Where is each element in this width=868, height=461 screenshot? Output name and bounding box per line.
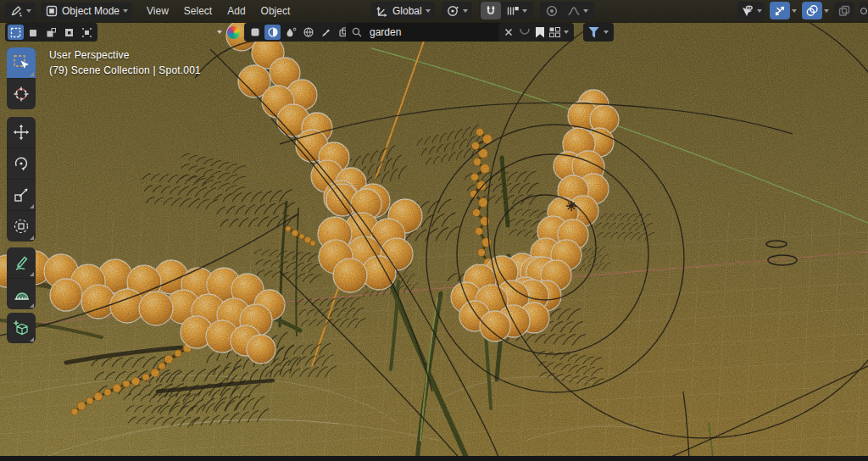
- measure-protractor-icon: [13, 286, 30, 303]
- select-mode-group: [5, 23, 97, 42]
- add-cube-icon: [13, 319, 30, 336]
- complete-matches-toggle[interactable]: [518, 27, 531, 37]
- chevron-down-icon: [583, 9, 588, 13]
- select-extend-icon: [28, 27, 39, 38]
- tool-annotate[interactable]: [7, 247, 36, 278]
- tool-measure[interactable]: [7, 278, 36, 309]
- rotate-icon: [13, 155, 30, 172]
- magnet-icon: [484, 4, 498, 18]
- mode-dropdown[interactable]: Object Mode: [41, 3, 132, 20]
- snap-toggle[interactable]: [481, 2, 501, 19]
- chevron-down-icon: [123, 9, 128, 13]
- scale-icon: [13, 186, 30, 203]
- viewport-3d[interactable]: User Perspective (79) Scene Collection |…: [0, 0, 868, 461]
- select-invert-icon: [64, 27, 75, 38]
- viewport-header: Object Mode View Select Add Object Globa…: [0, 0, 868, 23]
- move-icon: [13, 124, 30, 141]
- tool-rotate[interactable]: [7, 147, 36, 179]
- pivot-point-icon: [446, 4, 459, 18]
- menu-select[interactable]: Select: [176, 0, 220, 22]
- tool-shelf: [7, 47, 36, 343]
- tool-cursor[interactable]: [7, 78, 36, 109]
- select-set-button[interactable]: [8, 25, 24, 40]
- proportional-edit-group: [540, 2, 594, 19]
- xray-toggle[interactable]: [834, 2, 854, 19]
- search-icon: [351, 26, 363, 38]
- filter-group[interactable]: [583, 23, 614, 42]
- select-intersect-icon: [81, 27, 92, 38]
- pivot-point-dropdown[interactable]: [442, 2, 472, 19]
- chevron-down-icon[interactable]: [792, 9, 797, 13]
- chevron-down-icon: [757, 9, 762, 13]
- half-circle-button[interactable]: [264, 25, 281, 40]
- object-mode-icon: [45, 4, 58, 18]
- tool-settings-bar: [0, 23, 868, 43]
- cursor-tool-icon: [13, 86, 30, 103]
- chevron-down-icon[interactable]: [824, 9, 829, 13]
- grain-light: [0, 0, 868, 461]
- brush-icon: [320, 26, 332, 38]
- gizmo-arrows-icon: [773, 4, 787, 18]
- tool-select-box[interactable]: [7, 47, 36, 78]
- viewport-scene: [0, 0, 868, 461]
- chevron-down-icon: [463, 9, 468, 13]
- select-box-icon: [13, 54, 30, 71]
- orientation-axes-icon: [376, 4, 389, 18]
- mode-label: Object Mode: [62, 5, 120, 17]
- tool-transform[interactable]: [7, 210, 36, 242]
- select-extend-button[interactable]: [25, 25, 42, 40]
- select-subtract-button[interactable]: [43, 25, 59, 40]
- tool-add-cube[interactable]: [7, 313, 36, 343]
- proportional-editing-toggle[interactable]: [542, 2, 562, 19]
- chevron-down-icon: [26, 9, 31, 13]
- globe-icon: [303, 26, 314, 38]
- falloff-dropdown[interactable]: [564, 2, 593, 19]
- chevron-down-icon: [604, 31, 609, 34]
- proportional-editing-icon: [545, 4, 559, 18]
- filter-funnel-icon: [588, 27, 599, 38]
- brush-button[interactable]: [318, 25, 334, 40]
- status-bar: [0, 456, 868, 461]
- orientation-label: Global: [392, 5, 422, 17]
- half-circle-icon: [267, 26, 279, 38]
- xray-icon: [837, 4, 851, 18]
- chevron-down-icon: [426, 9, 431, 13]
- snap-with-dropdown[interactable]: [503, 2, 531, 19]
- display-mode-dropdown[interactable]: [548, 26, 569, 38]
- color-wheel-icon[interactable]: [227, 26, 240, 39]
- editor-type-button[interactable]: [5, 3, 36, 20]
- transform-icon: [13, 218, 30, 235]
- chevron-down-icon: [564, 31, 569, 34]
- menu-add[interactable]: Add: [220, 0, 253, 22]
- clear-search-icon[interactable]: [504, 27, 514, 37]
- display-square-button[interactable]: [247, 25, 263, 40]
- shading-solid-toggle[interactable]: [860, 2, 868, 19]
- select-set-icon: [10, 27, 21, 38]
- transform-orientation-dropdown[interactable]: Global: [371, 2, 435, 19]
- show-gizmo-toggle[interactable]: [770, 2, 790, 19]
- eye-cursor-icon: [740, 4, 754, 18]
- select-invert-button[interactable]: [61, 25, 77, 40]
- droplet-icon: [285, 26, 297, 38]
- snapping-group: [479, 2, 533, 19]
- menu-object[interactable]: Object: [253, 0, 298, 22]
- collapse-chevron[interactable]: [217, 31, 222, 34]
- chevron-down-icon: [522, 9, 527, 13]
- solid-square-icon: [249, 26, 261, 38]
- tool-move[interactable]: [7, 117, 36, 147]
- tool-scale[interactable]: [7, 179, 36, 210]
- display-mode-icon: [548, 26, 561, 38]
- fluid-button[interactable]: [282, 25, 298, 40]
- select-intersect-button[interactable]: [79, 25, 95, 40]
- bookmark-icon[interactable]: [536, 27, 544, 38]
- select-subtract-icon: [46, 27, 57, 38]
- object-visibility-dropdown[interactable]: [737, 2, 765, 19]
- world-button[interactable]: [300, 25, 316, 40]
- search-box[interactable]: [346, 23, 509, 42]
- search-input[interactable]: [368, 25, 481, 39]
- annotate-pencil-icon: [13, 254, 30, 271]
- falloff-curve-icon: [567, 4, 581, 18]
- show-overlays-toggle[interactable]: [802, 2, 822, 19]
- menu-view[interactable]: View: [139, 0, 176, 22]
- overlays-icon: [805, 4, 819, 18]
